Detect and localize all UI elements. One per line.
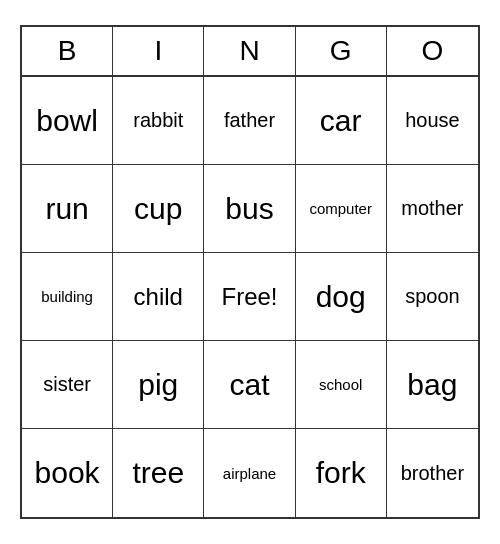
bingo-cell-23: fork	[296, 429, 387, 517]
header-letter-i: I	[113, 27, 204, 75]
bingo-cell-24: brother	[387, 429, 478, 517]
bingo-cell-12: Free!	[204, 253, 295, 341]
bingo-cell-2: father	[204, 77, 295, 165]
bingo-cell-8: computer	[296, 165, 387, 253]
bingo-cell-18: school	[296, 341, 387, 429]
bingo-cell-10: building	[22, 253, 113, 341]
bingo-cell-0: bowl	[22, 77, 113, 165]
bingo-cell-4: house	[387, 77, 478, 165]
bingo-card: BINGO bowlrabbitfathercarhouseruncupbusc…	[20, 25, 480, 519]
bingo-cell-6: cup	[113, 165, 204, 253]
bingo-cell-19: bag	[387, 341, 478, 429]
bingo-cell-5: run	[22, 165, 113, 253]
bingo-cell-22: airplane	[204, 429, 295, 517]
bingo-cell-16: pig	[113, 341, 204, 429]
bingo-grid: bowlrabbitfathercarhouseruncupbuscompute…	[22, 77, 478, 517]
header-letter-b: B	[22, 27, 113, 75]
bingo-header: BINGO	[22, 27, 478, 77]
header-letter-n: N	[204, 27, 295, 75]
header-letter-g: G	[296, 27, 387, 75]
bingo-cell-15: sister	[22, 341, 113, 429]
bingo-cell-17: cat	[204, 341, 295, 429]
bingo-cell-7: bus	[204, 165, 295, 253]
bingo-cell-1: rabbit	[113, 77, 204, 165]
bingo-cell-14: spoon	[387, 253, 478, 341]
bingo-cell-20: book	[22, 429, 113, 517]
bingo-cell-13: dog	[296, 253, 387, 341]
bingo-cell-3: car	[296, 77, 387, 165]
header-letter-o: O	[387, 27, 478, 75]
bingo-cell-11: child	[113, 253, 204, 341]
bingo-cell-9: mother	[387, 165, 478, 253]
bingo-cell-21: tree	[113, 429, 204, 517]
